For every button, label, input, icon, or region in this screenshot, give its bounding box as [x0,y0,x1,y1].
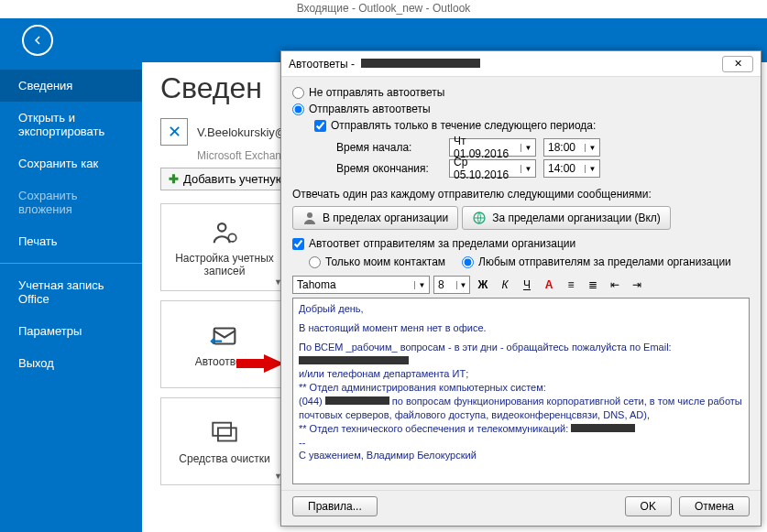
window-title: Входящие - Outlook_new - Outlook [0,0,767,18]
svg-rect-4 [218,428,236,440]
back-button[interactable] [22,25,53,56]
tile-label: Настройка учетных записей [161,252,288,277]
svg-point-7 [307,212,312,218]
radio-any-sender[interactable]: Любым отправителям за пределами организа… [462,255,731,268]
redacted [325,396,389,405]
radio-label: Любым отправителям за пределами организа… [478,255,731,268]
user-icon [302,211,317,225]
sidebar-item-options[interactable]: Параметры [0,315,142,347]
sidebar-item-save-as[interactable]: Сохранить как [0,147,142,179]
font-color-button[interactable]: A [540,276,558,294]
chevron-down-icon: ▼ [414,281,429,289]
radio-label: Отправлять автоответы [309,103,431,115]
end-date-select[interactable]: Ср 05.10.2016▼ [449,159,536,178]
underline-button[interactable]: Ч [518,276,536,294]
globe-icon [472,211,487,225]
sidebar-item-info[interactable]: Сведения [0,70,142,102]
italic-button[interactable]: К [496,276,514,294]
exchange-icon: ✕ [160,118,188,146]
check-label: Отправлять только в течение следующего п… [331,119,596,132]
sidebar-item-print[interactable]: Печать [0,225,142,257]
dialog-titlebar: Автоответы - ✕ [281,51,761,77]
account-name: V.Beelokurskiy@ [197,125,287,139]
tab-label: В пределах организации [323,212,448,224]
svg-point-1 [228,233,236,241]
radio-send-autoreply[interactable]: Отправлять автоответы [292,103,750,115]
ok-button[interactable]: OK [625,496,672,516]
redacted [361,59,480,68]
chevron-down-icon: ▼ [585,144,599,152]
size-select[interactable]: 8▼ [433,276,470,294]
sidebar-item-open-export[interactable]: Открыть и экспортировать [0,102,142,147]
tile-account-settings[interactable]: Настройка учетных записей ▼ [160,203,289,291]
outdent-button[interactable]: ⇤ [606,276,624,294]
bullets-button[interactable]: ≡ [562,276,580,294]
format-toolbar: Tahoma▼ 8▼ Ж К Ч A ≡ ≣ ⇤ ⇥ [292,276,750,294]
chevron-down-icon: ▼ [520,165,535,173]
svg-rect-3 [213,423,231,436]
cancel-button[interactable]: Отмена [679,496,750,516]
bold-button[interactable]: Ж [474,276,492,294]
close-button[interactable]: ✕ [722,56,753,72]
tab-label: За пределами организации (Вкл) [492,212,661,224]
sidebar: Сведения Открыть и экспортировать Сохран… [0,62,142,532]
redacted [299,356,409,364]
reply-once-label: Отвечать один раз каждому отправителю сл… [292,188,750,201]
redacted [571,424,635,432]
sidebar-item-office-acct[interactable]: Учетная запись Office [0,269,142,315]
message-textarea[interactable]: Добрый день, В настоящий момент меня нет… [292,298,750,484]
arrow-left-icon [29,32,46,49]
user-gear-icon [209,217,240,248]
tile-cleanup[interactable]: Средства очистки ▼ [160,397,289,485]
check-label: Автоответ отправителям за пределами орга… [309,237,575,250]
start-time-label: Время начала: [336,141,442,154]
rules-button[interactable]: Правила... [292,496,378,516]
chevron-down-icon: ▼ [520,144,535,152]
cleanup-icon [209,418,240,449]
tile-label: Средства очистки [179,452,269,465]
check-outside-reply[interactable]: Автоответ отправителям за пределами орга… [292,237,750,250]
add-account-button[interactable]: ✚ Добавить учетную [160,168,293,190]
start-time-select[interactable]: 18:00▼ [543,138,600,157]
radio-only-contacts[interactable]: Только моим контактам [309,255,445,268]
radio-label: Не отправлять автоответы [309,86,444,99]
font-select[interactable]: Tahoma▼ [292,276,430,294]
annotation-arrow-right [236,354,284,376]
tab-inside-org[interactable]: В пределах организации [292,206,458,230]
sidebar-separator [0,263,142,264]
dialog-footer: Правила... OK Отмена [281,490,761,526]
chevron-down-icon: ▼ [456,281,469,289]
autoreply-icon [209,320,240,352]
sidebar-item-save-attach: Сохранить вложения [0,179,142,225]
chevron-down-icon: ▼ [585,165,599,173]
plus-icon: ✚ [169,172,179,186]
add-account-label: Добавить учетную [183,172,285,186]
start-date-select[interactable]: Чт 01.09.2016▼ [449,138,536,157]
indent-button[interactable]: ⇥ [628,276,646,294]
svg-point-0 [218,223,226,232]
end-time-select[interactable]: 14:00▼ [543,159,600,178]
sidebar-item-exit[interactable]: Выход [0,347,142,379]
check-period[interactable]: Отправлять только в течение следующего п… [314,119,750,132]
autoreply-dialog: Автоответы - ✕ Не отправлять автоответы … [280,50,762,527]
radio-no-autoreply[interactable]: Не отправлять автоответы [292,86,750,99]
dialog-title: Автоответы - [289,58,480,71]
svg-marker-5 [236,354,284,373]
radio-label: Только моим контактам [325,255,445,268]
numbering-button[interactable]: ≣ [584,276,602,294]
end-time-label: Время окончания: [336,162,442,175]
tab-outside-org[interactable]: За пределами организации (Вкл) [462,206,671,230]
